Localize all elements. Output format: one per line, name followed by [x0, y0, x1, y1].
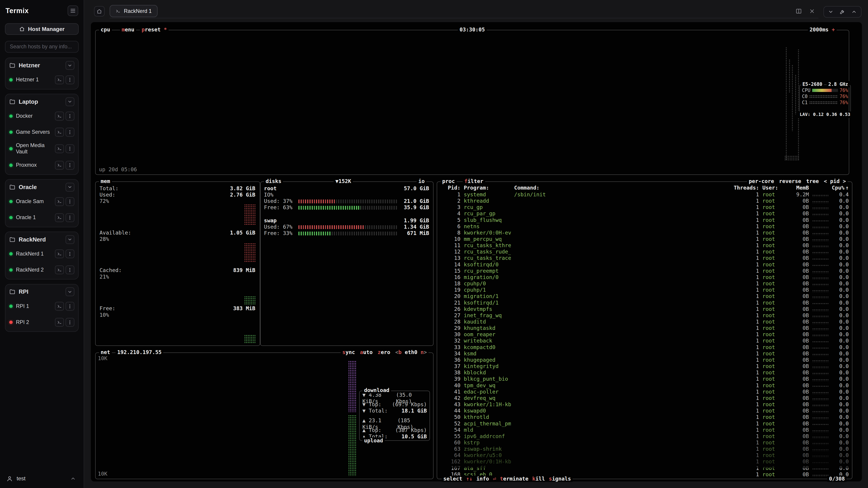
process-row[interactable]: 15 rcu_preempt 1 root 0B 0.0 [438, 268, 851, 274]
process-row[interactable]: 37 kintegrityd 1 root 0B 0.0 [438, 363, 851, 369]
sort-column-selector[interactable]: < pid > [824, 178, 846, 184]
net-zero-button[interactable]: zero [378, 349, 391, 355]
tools-button[interactable] [837, 6, 848, 17]
process-row[interactable]: 8 kworker/0:0H-eve 1 root 0B 0.0 [438, 230, 851, 236]
filter-button[interactable]: filter [463, 178, 485, 184]
user-menu-expand-button[interactable] [69, 475, 77, 482]
host-item[interactable]: Hetzner 1 [6, 72, 77, 88]
terminal-view[interactable]: cpu menu preset * 03:30:05 2000ms + E5-2… [91, 22, 862, 482]
host-menu-button[interactable] [66, 128, 74, 136]
io-mode-button[interactable]: io [416, 178, 426, 184]
open-terminal-button[interactable] [55, 302, 64, 311]
home-button[interactable] [94, 6, 105, 17]
open-terminal-button[interactable] [55, 75, 64, 84]
sidebar-menu-button[interactable] [68, 5, 78, 16]
process-row[interactable]: 34 ksmd 1 root 0B 0.0 [438, 350, 851, 357]
host-item[interactable]: RackNerd 2 [6, 262, 77, 278]
process-row[interactable]: 16 migration/0 1 root 0B 0.0 [438, 274, 851, 281]
host-menu-button[interactable] [66, 161, 74, 170]
folder-collapse-button[interactable] [66, 61, 74, 70]
signals-button[interactable]: signals [549, 476, 571, 482]
process-row[interactable]: 27 inet_frag_wq 1 root 0B 0.0 [438, 312, 851, 319]
process-row[interactable]: 14 ksoftirqd/0 1 root 0B 0.0 [438, 261, 851, 268]
process-row[interactable]: 52 acpi_thermal_pm 1 root 0B 0.0 [438, 420, 851, 427]
process-row[interactable]: 13 rcu_tasks_trace_ 1 root 0B 0.0 [438, 255, 851, 261]
host-menu-button[interactable] [66, 265, 74, 274]
process-row[interactable]: 26 kdevtmpfs 1 root 0B 0.0 [438, 306, 851, 312]
process-row[interactable]: 38 kblockd 1 root 0B 0.0 [438, 369, 851, 376]
folder-header[interactable]: Hetzner [6, 59, 77, 72]
host-menu-button[interactable] [66, 318, 74, 327]
kill-button[interactable]: kill [532, 476, 545, 482]
host-item[interactable]: RPI 1 [6, 298, 77, 314]
host-menu-button[interactable] [66, 111, 74, 121]
scroll-down-button[interactable] [825, 6, 836, 17]
terminate-button[interactable]: terminate [500, 476, 528, 482]
process-row[interactable]: 10 mm_percpu_wq 1 root 0B 0.0 [438, 236, 851, 242]
scroll-up-button[interactable] [848, 6, 860, 17]
open-terminal-button[interactable] [55, 197, 64, 206]
tab-racknerd-1[interactable]: RackNerd 1 [110, 5, 158, 17]
process-row[interactable]: 162 kworker/0:1H-kbl 1 root 0B 0.0 [438, 458, 851, 465]
process-row[interactable]: 42 devfreq_wq 1 root 0B 0.0 [438, 395, 851, 401]
process-row[interactable]: 60 kstrp 1 root 0B 0.0 [438, 440, 851, 446]
process-row[interactable]: 50 kthrotld 1 root 0B 0.0 [438, 414, 851, 420]
process-row[interactable]: 55 ipv6_addrconf 1 root 0B 0.0 [438, 433, 851, 440]
folder-header[interactable]: Laptop [6, 95, 77, 108]
user-menu[interactable]: test [5, 471, 79, 484]
header-command[interactable]: Command: [514, 185, 730, 191]
host-menu-button[interactable] [66, 213, 74, 222]
header-threads[interactable]: Threads: [734, 185, 759, 191]
process-row[interactable]: 19 cpuhp/1 1 root 0B 0.0 [438, 287, 851, 293]
search-input[interactable] [5, 41, 79, 53]
per-core-toggle[interactable]: per-core [749, 178, 774, 184]
host-item[interactable]: Oracle Sam [6, 194, 77, 210]
folder-collapse-button[interactable] [66, 287, 74, 296]
open-terminal-button[interactable] [55, 161, 64, 170]
open-terminal-button[interactable] [55, 128, 64, 136]
process-row[interactable]: 30 oom_reaper 1 root 0B 0.0 [438, 331, 851, 337]
host-item[interactable]: RPI 2 [6, 314, 77, 330]
process-row[interactable]: 41 edac-poller 1 root 0B 0.0 [438, 389, 851, 395]
host-menu-button[interactable] [66, 302, 74, 311]
net-auto-button[interactable]: auto [360, 349, 373, 355]
process-row[interactable]: 63 zswap-shrink 1 root 0B 0.0 [438, 446, 851, 452]
process-row[interactable]: 21 ksoftirqd/1 1 root 0B 0.0 [438, 300, 851, 306]
host-item[interactable]: RackNerd 1 [6, 246, 77, 262]
header-pid[interactable]: Pid: [440, 185, 460, 191]
folder-collapse-button[interactable] [66, 97, 74, 106]
process-row[interactable]: 33 kcompactd0 1 root 0B 0.0 [438, 344, 851, 350]
process-row[interactable]: 167 ata_sff 1 root 0B 0.0 [438, 465, 851, 471]
update-interval[interactable]: 2000ms + [808, 26, 837, 33]
open-terminal-button[interactable] [55, 265, 64, 274]
process-row[interactable]: 36 khugepaged 1 root 0B 0.0 [438, 357, 851, 363]
net-sync-button[interactable]: sync [342, 349, 355, 355]
process-row[interactable]: 64 kworker/u5:0 1 root 0B 0.0 [438, 452, 851, 458]
header-cpu[interactable]: Cpu%↑ [832, 185, 848, 191]
tree-toggle[interactable]: tree [806, 178, 819, 184]
process-row[interactable]: 44 kswapd0 1 root 0B 0.0 [438, 408, 851, 414]
header-memb[interactable]: MemB [792, 185, 809, 191]
header-program[interactable]: Program: [464, 185, 511, 191]
process-row[interactable]: 32 writeback 1 root 0B 0.0 [438, 337, 851, 344]
process-row[interactable]: 20 migration/1 1 root 0B 0.0 [438, 293, 851, 299]
host-item[interactable]: Proxmox [6, 157, 77, 173]
host-menu-button[interactable] [66, 197, 74, 206]
process-row[interactable]: 12 rcu_tasks_rude_k 1 root 0B 0.0 [438, 249, 851, 255]
header-user[interactable]: User: [763, 185, 789, 191]
process-row[interactable]: 40 tpm_dev_wq 1 root 0B 0.0 [438, 382, 851, 389]
process-row[interactable]: 3 rcu_gp 1 root 0B 0.0 [438, 204, 851, 210]
process-row[interactable]: 54 mld 1 root 0B 0.0 [438, 427, 851, 433]
open-terminal-button[interactable] [55, 111, 64, 121]
net-interface-switcher[interactable]: <b eth0 n> [395, 349, 427, 355]
host-menu-button[interactable] [66, 75, 74, 84]
folder-header[interactable]: RackNerd [6, 233, 77, 246]
host-item[interactable]: Oracle 1 [6, 210, 77, 226]
folder-header[interactable]: RPI [6, 286, 77, 298]
folder-collapse-button[interactable] [66, 235, 74, 244]
folder-header[interactable]: Oracle [6, 181, 77, 193]
split-view-button[interactable] [795, 7, 803, 15]
menu-button[interactable]: menu [120, 26, 136, 33]
close-tab-button[interactable] [808, 7, 816, 15]
process-row[interactable]: 18 cpuhp/0 1 root 0B 0.0 [438, 281, 851, 287]
